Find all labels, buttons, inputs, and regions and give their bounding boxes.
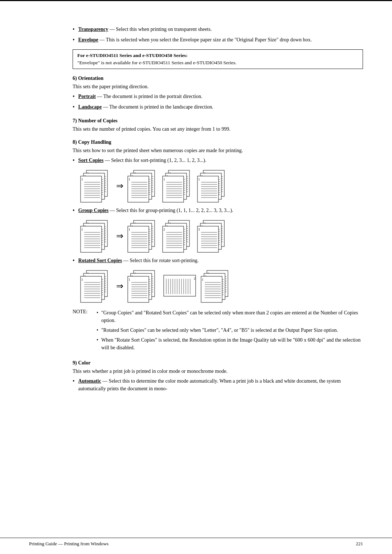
group-stack-out1: 1 1 (127, 219, 160, 253)
rotated-stack-out1: 3 2 (127, 269, 160, 303)
section-color: 9) Color This sets whether a print job i… (73, 360, 363, 392)
top-border (0, 0, 392, 1)
bullet-sort-copies: Sort Copies — Select this for sort-print… (73, 156, 363, 165)
notice-title: For e-STUDIO4511 Series and e-STUDIO450 … (77, 53, 358, 58)
footer-right: 221 (356, 541, 363, 547)
bullet-rotated-sort-copies: Rotated Sort Copies — Select this for ro… (73, 257, 363, 265)
section7-heading: 7) Number of Copies (73, 118, 363, 124)
section8-body: This sets how to sort the printed sheet … (73, 147, 363, 154)
rotated-arrow: ⇒ (116, 281, 123, 291)
section6-heading: 6) Orientation (73, 76, 363, 81)
sort-stack-out3: 3 2 (197, 168, 229, 203)
svg-text:1: 1 (81, 278, 83, 281)
section-number-copies: 7) Number of Copies This sets the number… (73, 118, 363, 133)
svg-text:2: 2 (163, 228, 165, 231)
section8-heading: 8) Copy Handling (73, 139, 363, 145)
notice-text: "Envelope" is not available for e-STUDIO… (77, 60, 358, 66)
svg-text:1: 1 (128, 278, 130, 281)
note-bullets: "Group Copies" and "Rotated Sort Copies"… (97, 309, 363, 354)
svg-rect-80 (163, 176, 184, 202)
rotated-stack-out3: 3 2 (200, 269, 233, 303)
note-bullet-3: When "Rotate Sort Copies" is selected, t… (97, 336, 363, 351)
bullet-automatic: Automatic — Select this to determine the… (73, 377, 363, 392)
sort-arrow: ⇒ (116, 181, 123, 191)
note-section: NOTE: "Group Copies" and "Rotated Sort C… (73, 309, 363, 354)
section-copy-handling: 8) Copy Handling This sets how to sort t… (73, 139, 363, 303)
group-stack-out3: 3 3 (197, 219, 229, 253)
svg-rect-290 (128, 276, 149, 302)
svg-text:1: 1 (128, 228, 130, 231)
group-stack-out2: 2 2 (162, 219, 195, 253)
svg-rect-20 (81, 176, 102, 202)
svg-text:2: 2 (194, 277, 196, 280)
svg-rect-200 (163, 226, 184, 252)
svg-text:1: 1 (202, 278, 204, 281)
sort-stack-input: 3 2 (80, 168, 113, 203)
content-area: Transparency — Select this when printing… (29, 25, 363, 392)
svg-text:1: 1 (81, 178, 83, 181)
section7-body: This sets the number of printed copies. … (73, 125, 363, 133)
notice-box: For e-STUDIO4511 Series and e-STUDIO450 … (73, 49, 363, 69)
bullet-portrait: Portrait — The document is printed in th… (73, 93, 363, 101)
page: Transparency — Select this when printing… (0, 0, 392, 554)
section9-heading: 9) Color (73, 360, 363, 366)
group-arrow: ⇒ (116, 231, 123, 241)
rotated-sort-diagram: 3 2 (80, 269, 363, 303)
section6-bullets: Portrait — The document is printed in th… (73, 93, 363, 111)
bullet-transparency-text: Transparency — Select this when printing… (78, 25, 212, 33)
svg-text:1: 1 (163, 178, 165, 181)
note-bullet-1: "Group Copies" and "Rotated Sort Copies"… (97, 309, 363, 324)
bullet-group-copies: Group Copies — Select this for group-pri… (73, 207, 363, 215)
group-copies-diagram: 3 2 (80, 219, 363, 253)
svg-rect-50 (128, 176, 149, 202)
sort-copies-bullet-list: Sort Copies — Select this for sort-print… (73, 156, 363, 165)
svg-rect-334 (201, 276, 222, 302)
top-bullets: Transparency — Select this when printing… (73, 25, 363, 44)
sort-copies-diagram: 3 2 (80, 168, 363, 203)
rotated-stack-input: 3 2 (80, 269, 113, 303)
page-footer: Printing Guide — Printing from Windows 2… (0, 538, 392, 547)
section9-body: This sets whether a print job is printed… (73, 367, 363, 375)
bullet-envelope-text: Envelope — This is selected when you sel… (78, 36, 312, 44)
section9-bullets: Automatic — Select this to determine the… (73, 377, 363, 392)
footer-left: Printing Guide — Printing from Windows (29, 541, 109, 547)
group-copies-bullet-list: Group Copies — Select this for group-pri… (73, 207, 363, 215)
note-label: NOTE: (73, 309, 91, 315)
svg-text:1: 1 (81, 228, 83, 231)
svg-text:1: 1 (128, 178, 130, 181)
bullet-transparency: Transparency — Select this when printing… (73, 25, 363, 34)
bullet-envelope: Envelope — This is selected when you sel… (73, 36, 363, 44)
svg-text:3: 3 (198, 228, 200, 231)
svg-rect-260 (81, 276, 102, 302)
svg-text:1: 1 (198, 178, 200, 181)
section6-body: This sets the paper printing direction. (73, 83, 363, 90)
bullet-landscape: Landscape — The document is printed in t… (73, 103, 363, 111)
svg-rect-230 (197, 226, 219, 252)
note-bullet-2: "Rotated Sort Copies" can be selected on… (97, 326, 363, 334)
section-orientation: 6) Orientation This sets the paper print… (73, 76, 363, 111)
rotated-stack-out2-rotated: 2 (162, 269, 198, 303)
sort-stack-out1: 3 2 (127, 168, 160, 203)
group-stack-input: 3 2 (80, 219, 113, 253)
svg-rect-170 (128, 226, 149, 252)
svg-rect-140 (81, 226, 102, 252)
svg-rect-110 (197, 176, 219, 202)
sort-stack-out2: 3 2 (162, 168, 195, 203)
rotated-sort-bullet-list: Rotated Sort Copies — Select this for ro… (73, 257, 363, 265)
